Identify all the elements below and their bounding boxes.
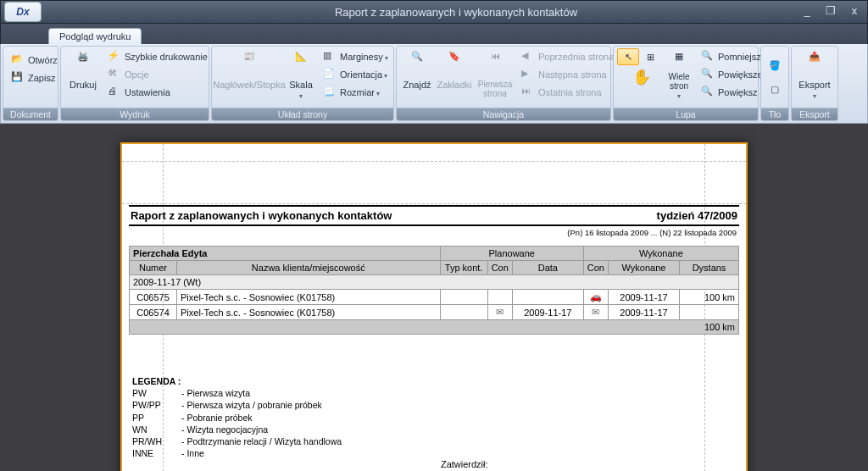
h-wyk: Wykonane — [609, 261, 680, 275]
table-row: C06575 Pixel-Tech s.c. - Sosnowiec (K017… — [130, 290, 739, 305]
group-label-eksport: Eksport — [792, 108, 837, 120]
scale-button[interactable]: 📐 Skala — [285, 48, 317, 103]
col-planowane: Planowane — [440, 247, 583, 261]
margins-label: Marginesy — [340, 52, 388, 62]
group-label-lupa: Lupa — [614, 108, 758, 120]
open-button[interactable]: 📂 Otwórz — [7, 52, 62, 69]
prev-page-button[interactable]: ◀ Poprzednia strona — [517, 48, 618, 65]
first-page-label: Pierwsza strona — [478, 80, 513, 98]
report-title: Raport z zaplanowanych i wykonanych kont… — [131, 209, 392, 222]
save-label: Zapisz — [28, 73, 55, 83]
header-footer-label: Nagłówek/Stopka — [213, 80, 286, 90]
hand-tool-button[interactable]: ✋ — [617, 65, 661, 103]
next-page-button[interactable]: ▶ Następna strona — [517, 66, 618, 83]
prev-page-icon: ◀ — [521, 50, 535, 64]
background-color-button[interactable]: 🪣 — [765, 55, 785, 75]
header-footer-icon: 📰 — [236, 51, 263, 78]
tab-strip: Podgląd wydruku — [0, 24, 868, 44]
h-con1: Con — [487, 261, 512, 275]
settings-label: Ustawienia — [125, 87, 170, 97]
last-page-icon: ⏭ — [521, 86, 535, 99]
zoom-out-label: Pomniejsz — [718, 52, 761, 62]
folder-open-icon: 📂 — [11, 53, 25, 67]
ribbon: 📂 Otwórz 💾 Zapisz Dokument 🖨️ Drukuj ⚡ S… — [0, 44, 868, 124]
zoom-out-icon: 🔍 — [701, 50, 715, 64]
preview-area[interactable]: Raport z zaplanowanych i wykonanych kont… — [0, 124, 868, 471]
close-button[interactable]: x — [847, 4, 862, 17]
pointer-tool-button[interactable]: ↖ — [617, 48, 639, 65]
save-button[interactable]: 💾 Zapisz — [7, 69, 62, 86]
h-numer: Numer — [130, 261, 177, 275]
bookmarks-label: Zakładki — [437, 80, 472, 90]
many-pages-label: Wiele stron — [669, 72, 690, 100]
last-page-label: Ostatnia strona — [538, 87, 602, 97]
report-week: tydzień 47/2009 — [657, 209, 737, 222]
find-label: Znajdź — [403, 80, 431, 90]
size-button[interactable]: 📃 Rozmiar — [319, 84, 392, 101]
next-page-icon: ▶ — [521, 68, 535, 81]
restore-button[interactable]: ❐ — [823, 4, 838, 17]
h-dyst: Dystans — [680, 261, 739, 275]
zoom-in-label: Powiększ — [718, 87, 757, 97]
print-button[interactable]: 🖨️ Drukuj — [64, 48, 102, 103]
prev-page-label: Poprzednia strona — [538, 52, 614, 62]
watermark-icon: ▢ — [771, 84, 779, 95]
signature-block: Zatwierdził: Data i podpis : ...........… — [441, 459, 627, 471]
report-date-range: (Pn) 16 listopada 2009 ... (N) 22 listop… — [129, 226, 739, 246]
app-icon[interactable]: Dx — [4, 2, 42, 22]
page-preview: Raport z zaplanowanych i wykonanych kont… — [120, 142, 748, 471]
group-label-dokument: Dokument — [3, 108, 58, 120]
last-page-button[interactable]: ⏭ Ostatnia strona — [517, 84, 618, 101]
tab-print-preview[interactable]: Podgląd wydruku — [48, 28, 142, 44]
options-icon: 🛠 — [108, 68, 121, 81]
legend: LEGENDA : PW- Pierwsza wizyta PW/PP- Pie… — [129, 375, 739, 459]
margins-button[interactable]: ▥ Marginesy — [319, 48, 392, 65]
report-table: Pierzchała Edyta Planowane Wykonane Nume… — [129, 246, 739, 335]
scale-label: Skala — [289, 80, 313, 100]
open-label: Otwórz — [28, 55, 58, 65]
export-button[interactable]: 📤 Eksport — [795, 48, 834, 103]
h-nazwa: Nazwa klienta/miejscowość — [177, 261, 441, 275]
minimize-button[interactable]: _ — [799, 4, 815, 17]
thumbnails-button[interactable]: ⊞ — [639, 48, 661, 65]
margins-icon: ▥ — [323, 50, 337, 64]
many-pages-button[interactable]: ▦ Wiele stron — [663, 48, 695, 103]
date-group: 2009-11-17 (Wt) — [130, 275, 739, 290]
quick-print-label: Szybkie drukowanie — [125, 52, 208, 62]
print-label: Drukuj — [70, 80, 97, 90]
watermark-button[interactable]: ▢ — [765, 79, 785, 99]
sum-row: 100 km — [130, 320, 739, 335]
quick-print-button[interactable]: ⚡ Szybkie drukowanie — [103, 48, 212, 65]
export-label: Eksport — [798, 80, 830, 100]
h-con2: Con — [583, 261, 608, 275]
options-button[interactable]: 🛠 Opcje — [103, 66, 212, 83]
table-row: C06574 Pixel-Tech s.c. - Sosnowiec (K017… — [130, 305, 739, 320]
approved-label: Zatwierdził: — [441, 459, 627, 469]
paint-icon: 🪣 — [769, 60, 781, 71]
first-page-icon: ⏮ — [481, 51, 509, 78]
find-icon: 🔍 — [403, 51, 431, 78]
find-button[interactable]: 🔍 Znajdź — [400, 48, 434, 103]
pointer-icon: ↖ — [625, 52, 632, 63]
next-page-label: Następna strona — [538, 69, 607, 80]
first-page-button[interactable]: ⏮ Pierwsza strona — [475, 48, 515, 103]
export-icon: 📤 — [801, 51, 828, 78]
h-data: Data — [512, 261, 583, 275]
size-label: Rozmiar — [340, 87, 380, 97]
header-footer-button[interactable]: 📰 Nagłówek/Stopka — [215, 48, 283, 103]
scale-icon: 📐 — [287, 51, 314, 78]
settings-icon: 🖨 — [108, 86, 121, 99]
title-bar: Dx Raport z zaplanowanych i wykonanych k… — [0, 0, 868, 24]
options-label: Opcje — [125, 69, 149, 80]
window-title: Raport z zaplanowanych i wykonanych kont… — [45, 6, 867, 19]
group-label-wydruk: Wydruk — [61, 108, 209, 120]
orientation-button[interactable]: 📄 Orientacja — [319, 66, 392, 83]
zoom-icon: 🔍 — [701, 68, 715, 81]
bookmarks-button[interactable]: 🔖 Zakładki — [436, 48, 473, 103]
person-cell: Pierzchała Edyta — [130, 247, 441, 261]
size-icon: 📃 — [323, 86, 337, 99]
legend-title: LEGENDA : — [132, 376, 181, 386]
save-icon: 💾 — [11, 71, 25, 85]
settings-button[interactable]: 🖨 Ustawienia — [103, 84, 212, 101]
hand-icon: ✋ — [632, 68, 646, 81]
